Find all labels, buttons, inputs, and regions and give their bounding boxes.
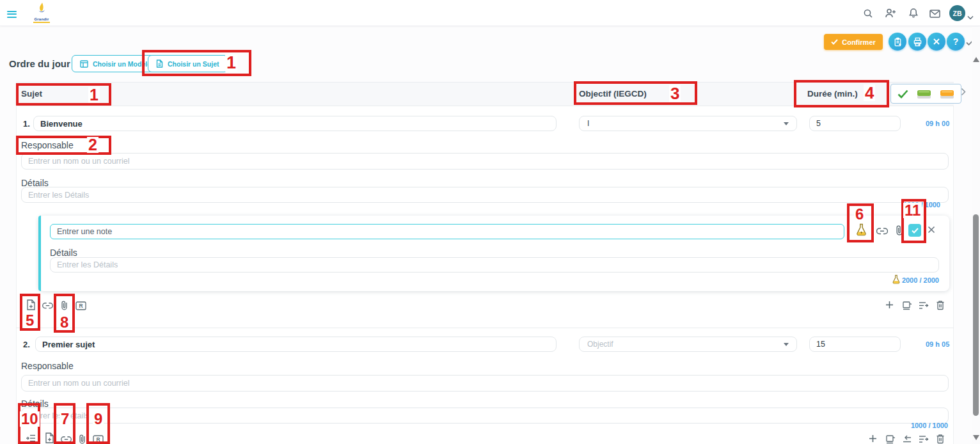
cancel-button[interactable] (928, 33, 945, 51)
responsible-tag-icon[interactable]: R (93, 435, 104, 444)
logo-underline (33, 22, 50, 23)
annotation-number: 10 (20, 411, 40, 427)
subject-input[interactable] (35, 337, 557, 352)
duration-input[interactable] (809, 337, 901, 352)
user-avatar[interactable]: ZB (949, 5, 965, 21)
delete-subject-icon[interactable] (936, 434, 945, 444)
svg-text:R: R (96, 436, 100, 443)
note-input[interactable] (50, 224, 844, 239)
clipboard-plus-icon (893, 37, 903, 47)
annotation-number: 6 (854, 207, 865, 222)
add-note-icon[interactable] (26, 434, 36, 443)
note-accent-bar (38, 216, 41, 291)
attachment-icon[interactable] (61, 300, 68, 311)
agenda-editor-screen: Grandir ZB Confirmer ? (0, 0, 980, 444)
link-icon[interactable] (61, 436, 72, 443)
add-subject-icon[interactable] (885, 301, 894, 309)
annotation-number: 1 (225, 54, 237, 72)
duration-input[interactable] (809, 116, 901, 131)
logo-text: Grandir (31, 17, 52, 21)
details-input[interactable] (21, 187, 949, 203)
hamburger-menu-icon[interactable] (7, 9, 17, 19)
logo-flame-icon (35, 2, 48, 15)
check-icon (831, 39, 838, 45)
orange-book-icon[interactable] (940, 89, 954, 99)
add-user-icon[interactable] (885, 8, 896, 21)
question-mark-icon: ? (953, 36, 959, 47)
column-header-duration: Durée (min.) (807, 89, 858, 99)
note-done-checkbox[interactable] (908, 224, 921, 237)
annotation-number: 9 (93, 411, 104, 427)
move-subject-icon[interactable] (919, 301, 929, 310)
duplicate-subject-icon[interactable] (902, 301, 912, 310)
details-input[interactable] (21, 408, 949, 424)
annotation-number: 4 (864, 84, 875, 101)
notifications-bell-icon[interactable] (908, 8, 919, 21)
note-details-input[interactable] (50, 257, 939, 273)
mail-icon[interactable] (929, 9, 940, 20)
scrollbar-down-arrow[interactable] (973, 435, 979, 440)
annotation-number: 7 (59, 411, 70, 427)
document-icon (156, 59, 163, 68)
objective-select[interactable]: Objectif (579, 337, 797, 352)
choose-template-button[interactable]: Choisir un Modèle (72, 55, 159, 72)
search-icon[interactable] (863, 8, 873, 21)
print-button[interactable] (908, 33, 926, 51)
choose-subject-button[interactable]: Choisir un Sujet (148, 55, 228, 72)
template-grid-icon (80, 60, 88, 68)
details-char-counter: 1000 / 1000 (890, 422, 948, 429)
note-details-label: Détails (50, 248, 77, 258)
note-close-icon[interactable] (928, 226, 935, 234)
app-logo[interactable]: Grandir (31, 2, 52, 23)
page-title: Ordre du jour (9, 58, 70, 69)
account-chevron-down-icon[interactable] (967, 11, 974, 22)
top-bar: Grandir ZB (0, 0, 980, 26)
add-document-icon[interactable] (45, 432, 54, 443)
check-icon (912, 228, 919, 234)
row-number: 1. (23, 119, 30, 129)
confirm-button[interactable]: Confirmer (824, 34, 883, 50)
link-icon[interactable] (42, 302, 53, 309)
close-icon (933, 38, 940, 45)
note-card: Détails 2000 / 2000 (38, 216, 949, 291)
note-attachment-icon[interactable] (896, 225, 903, 236)
objective-select[interactable]: I (579, 116, 797, 131)
subject-input[interactable] (33, 116, 557, 131)
vertical-scrollbar[interactable] (972, 27, 980, 444)
column-header-subject: Sujet (21, 89, 42, 99)
row-number: 2. (23, 340, 30, 349)
duplicate-subject-icon[interactable] (885, 434, 896, 444)
annotation-number: 3 (669, 85, 681, 102)
expand-panel-chevron-icon[interactable] (961, 87, 966, 99)
add-document-icon[interactable] (26, 299, 35, 310)
merge-up-icon[interactable] (902, 435, 912, 443)
select-caret-icon (784, 122, 789, 125)
responsable-label: Responsable (21, 361, 74, 371)
scrollbar-up-arrow[interactable] (973, 57, 979, 62)
select-caret-icon (784, 343, 789, 346)
green-book-icon[interactable] (917, 89, 931, 99)
responsable-label: Responsable (21, 140, 74, 150)
printer-icon (913, 37, 922, 47)
attachment-icon[interactable] (79, 434, 86, 444)
copy-agenda-button[interactable] (889, 33, 906, 51)
note-link-icon[interactable] (876, 227, 888, 235)
add-subject-icon[interactable] (869, 434, 877, 443)
status-legend (890, 84, 961, 104)
move-subject-icon[interactable] (919, 435, 929, 443)
help-button[interactable]: ? (947, 33, 965, 51)
responsible-tag-icon[interactable]: R (75, 301, 86, 310)
start-time: 09 h 05 (926, 340, 949, 348)
annotation-number: 11 (903, 203, 922, 218)
row-divider (16, 328, 954, 328)
start-time: 09 h 00 (926, 120, 949, 127)
scrollbar-thumb[interactable] (973, 214, 979, 416)
delete-subject-icon[interactable] (936, 300, 945, 310)
column-header-objective: Objectif (IEGCD) (579, 89, 647, 99)
responsable-input[interactable] (21, 375, 949, 392)
responsable-input[interactable] (21, 153, 949, 170)
experimental-flask-icon[interactable] (855, 223, 867, 239)
annotation-number: 8 (59, 315, 70, 330)
annotation-number: 2 (87, 137, 99, 153)
green-check-icon[interactable] (897, 90, 908, 99)
